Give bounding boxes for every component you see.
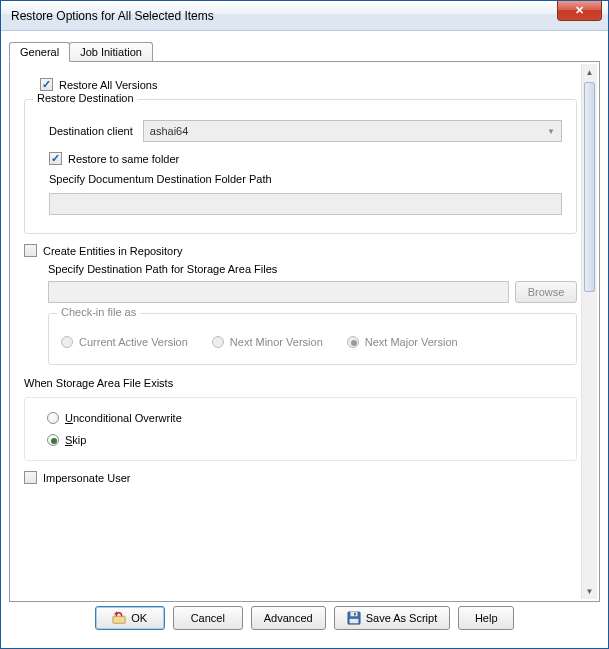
- restore-all-versions-row: Restore All Versions: [40, 78, 577, 91]
- tab-general[interactable]: General: [9, 42, 70, 62]
- panel-content: Restore All Versions Restore Destination…: [24, 74, 577, 589]
- tab-general-label: General: [20, 46, 59, 58]
- advanced-button[interactable]: Advanced: [251, 606, 326, 630]
- restore-same-folder-label: Restore to same folder: [68, 153, 179, 165]
- save-as-script-button-label: Save As Script: [366, 612, 438, 624]
- checkin-minor-label: Next Minor Version: [230, 336, 323, 348]
- storage-path-input[interactable]: [48, 281, 509, 303]
- checkin-major-radio: [347, 336, 359, 348]
- restore-destination-group: Restore Destination Destination client a…: [24, 99, 577, 234]
- titlebar: Restore Options for All Selected Items ✕: [1, 1, 608, 31]
- restore-destination-legend: Restore Destination: [33, 92, 138, 104]
- vertical-scrollbar[interactable]: ▲ ▼: [581, 64, 597, 599]
- button-bar: OK Cancel Advanced Save As Script Help: [9, 602, 600, 640]
- overwrite-row: Unconditional Overwrite: [47, 412, 562, 424]
- scroll-thumb[interactable]: [584, 82, 595, 292]
- browse-button[interactable]: Browse: [515, 281, 577, 303]
- ok-button-label: OK: [131, 612, 147, 624]
- ok-icon: [112, 611, 126, 625]
- window-title: Restore Options for All Selected Items: [11, 9, 214, 23]
- save-icon: [347, 611, 361, 625]
- scroll-down-arrow-icon[interactable]: ▼: [582, 583, 597, 599]
- advanced-button-label: Advanced: [264, 612, 313, 624]
- skip-radio[interactable]: [47, 434, 59, 446]
- destination-client-dropdown[interactable]: ashai64 ▼: [143, 120, 562, 142]
- create-entities-checkbox[interactable]: [24, 244, 37, 257]
- checkin-minor-row: Next Minor Version: [212, 336, 323, 348]
- impersonate-user-label: Impersonate User: [43, 472, 130, 484]
- checkin-file-as-group: Check-in file as Current Active Version …: [48, 313, 577, 365]
- tab-job-initiation[interactable]: Job Initiation: [69, 42, 153, 61]
- svg-rect-0: [113, 616, 125, 623]
- specify-storage-path-label: Specify Destination Path for Storage Are…: [48, 263, 577, 275]
- specify-docu-path-label: Specify Documentum Destination Folder Pa…: [49, 173, 562, 185]
- skip-row: Skip: [47, 434, 562, 446]
- scroll-up-arrow-icon[interactable]: ▲: [582, 64, 597, 80]
- skip-label: Skip: [65, 434, 86, 446]
- help-button[interactable]: Help: [458, 606, 514, 630]
- cancel-button[interactable]: Cancel: [173, 606, 243, 630]
- create-entities-row: Create Entities in Repository: [24, 244, 577, 257]
- checkin-current-radio: [61, 336, 73, 348]
- cancel-button-label: Cancel: [191, 612, 225, 624]
- restore-all-versions-checkbox[interactable]: [40, 78, 53, 91]
- impersonate-user-row: Impersonate User: [24, 471, 577, 484]
- when-exists-group: Unconditional Overwrite Skip: [24, 397, 577, 461]
- browse-button-label: Browse: [528, 286, 565, 298]
- destination-client-value: ashai64: [150, 125, 189, 137]
- impersonate-user-checkbox[interactable]: [24, 471, 37, 484]
- overwrite-radio[interactable]: [47, 412, 59, 424]
- client-area: General Job Initiation ▲ ▼ Restore All V…: [1, 31, 608, 648]
- create-entities-label: Create Entities in Repository: [43, 245, 182, 257]
- checkin-major-row: Next Major Version: [347, 336, 458, 348]
- svg-rect-3: [354, 613, 356, 616]
- close-button[interactable]: ✕: [557, 1, 602, 21]
- destination-client-row: Destination client ashai64 ▼: [49, 120, 562, 142]
- chevron-down-icon: ▼: [547, 127, 555, 136]
- tab-panel-general: ▲ ▼ Restore All Versions Restore Destina…: [9, 61, 600, 602]
- tab-job-initiation-label: Job Initiation: [80, 46, 142, 58]
- checkin-current-row: Current Active Version: [61, 336, 188, 348]
- close-icon: ✕: [575, 4, 584, 17]
- checkin-legend: Check-in file as: [57, 306, 140, 318]
- save-as-script-button[interactable]: Save As Script: [334, 606, 451, 630]
- restore-same-folder-row: Restore to same folder: [49, 152, 562, 165]
- ok-button[interactable]: OK: [95, 606, 165, 630]
- storage-path-row: Browse: [48, 281, 577, 303]
- documentum-path-input[interactable]: [49, 193, 562, 215]
- svg-rect-4: [349, 619, 358, 623]
- checkin-current-label: Current Active Version: [79, 336, 188, 348]
- checkin-options: Current Active Version Next Minor Versio…: [61, 332, 564, 352]
- overwrite-label: Unconditional Overwrite: [65, 412, 182, 424]
- checkin-minor-radio: [212, 336, 224, 348]
- restore-all-versions-label: Restore All Versions: [59, 79, 157, 91]
- dialog-window: Restore Options for All Selected Items ✕…: [0, 0, 609, 649]
- destination-client-label: Destination client: [49, 125, 133, 137]
- checkin-major-label: Next Major Version: [365, 336, 458, 348]
- restore-same-folder-checkbox[interactable]: [49, 152, 62, 165]
- help-button-label: Help: [475, 612, 498, 624]
- tab-strip: General Job Initiation: [9, 39, 600, 61]
- when-exists-legend: When Storage Area File Exists: [24, 377, 577, 389]
